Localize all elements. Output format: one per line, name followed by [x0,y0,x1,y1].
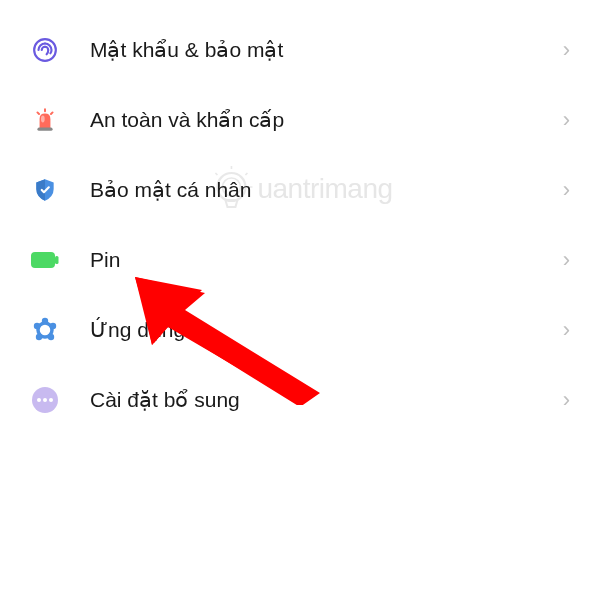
svg-point-13 [43,398,47,402]
svg-point-10 [34,323,40,329]
svg-rect-3 [31,252,55,268]
settings-item-additional[interactable]: Cài đặt bổ sung › [0,365,600,435]
settings-item-label: Bảo mật cá nhân [90,178,563,202]
chevron-right-icon: › [563,37,570,63]
svg-rect-4 [55,256,59,264]
settings-item-label: An toàn và khẩn cấp [90,108,563,132]
settings-item-label: Pin [90,248,563,272]
svg-point-12 [37,398,41,402]
chevron-right-icon: › [563,247,570,273]
svg-point-2 [41,115,45,122]
more-icon [30,385,60,415]
chevron-right-icon: › [563,107,570,133]
battery-icon [30,245,60,275]
settings-item-label: Ứng dụng [90,318,563,342]
svg-point-14 [49,398,53,402]
fingerprint-icon [30,35,60,65]
svg-rect-1 [37,128,52,131]
settings-item-privacy[interactable]: Bảo mật cá nhân › [0,155,600,225]
svg-point-9 [36,334,42,340]
svg-point-6 [42,318,48,324]
siren-icon [30,105,60,135]
settings-item-safety-emergency[interactable]: An toàn và khẩn cấp › [0,85,600,155]
settings-item-apps[interactable]: Ứng dụng › [0,295,600,365]
chevron-right-icon: › [563,387,570,413]
svg-point-7 [50,323,56,329]
settings-item-label: Mật khẩu & bảo mật [90,38,563,62]
shield-icon [30,175,60,205]
chevron-right-icon: › [563,177,570,203]
chevron-right-icon: › [563,317,570,343]
svg-point-8 [48,334,54,340]
settings-list: Mật khẩu & bảo mật › An toàn và khẩn cấp… [0,0,600,450]
apps-icon [30,315,60,345]
settings-item-password-security[interactable]: Mật khẩu & bảo mật › [0,15,600,85]
settings-item-label: Cài đặt bổ sung [90,388,563,412]
settings-item-battery[interactable]: Pin › [0,225,600,295]
